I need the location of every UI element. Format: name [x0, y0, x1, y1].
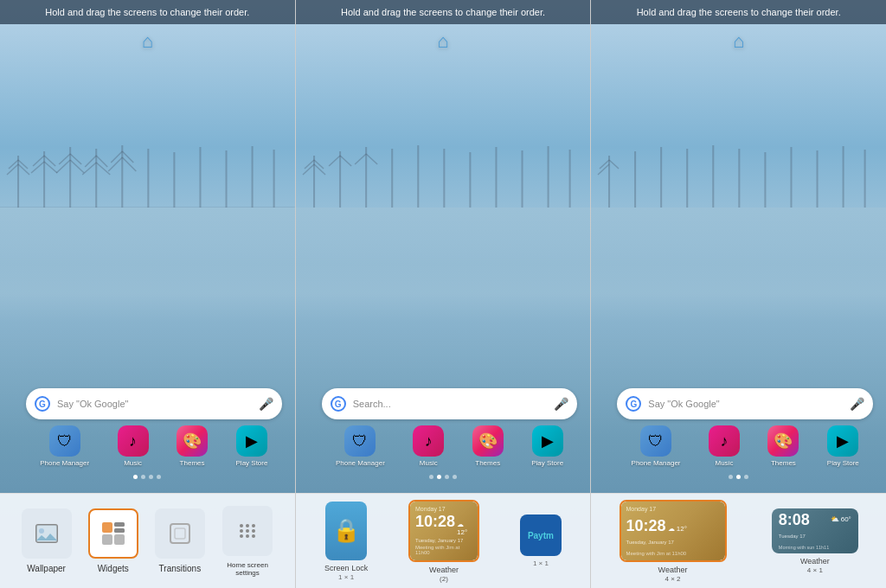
main-container: Hold and drag the screens to change thei…	[0, 0, 886, 588]
svg-rect-67	[521, 150, 523, 208]
weather-4x1-morning: Morning with sun 11h11	[779, 545, 851, 550]
weather-4x1-date: Tuesday 17	[779, 534, 851, 539]
svg-rect-59	[365, 147, 367, 208]
weather-date-line: Monday 17	[415, 506, 472, 512]
search-bar-3[interactable]: G Say "Ok Google" 🎤	[617, 388, 873, 419]
toolbar-widgets[interactable]: Widgets	[88, 508, 138, 573]
widget-area-3: Monday 17 10:28 ☁ 12° Tuesday, January 1…	[591, 493, 886, 588]
mic-icon-3[interactable]: 🎤	[850, 397, 864, 411]
weather-meeting-4x2: Meeting with Jim at 11h00	[626, 551, 720, 556]
svg-line-8	[44, 156, 55, 166]
app-phone-manager-1[interactable]: 🛡 Phone Manager	[40, 425, 89, 467]
svg-rect-0	[17, 156, 19, 208]
widget-weather-4x1[interactable]: 8:08 ⛅ 60° Tuesday 17 Morning with sun 1…	[772, 508, 858, 574]
svg-rect-77	[713, 145, 715, 208]
svg-point-46	[246, 529, 249, 533]
mic-icon-2[interactable]: 🎤	[554, 397, 568, 411]
app-label-phone-manager-3: Phone Manager	[632, 459, 681, 467]
instruction-bar-3: Hold and drag the screens to change thei…	[591, 0, 886, 24]
svg-line-6	[33, 156, 44, 166]
widget-weather-4x2[interactable]: Monday 17 10:28 ☁ 12° Tuesday, January 1…	[620, 500, 727, 583]
dot-3-3	[744, 475, 748, 479]
search-bar-2[interactable]: G Search... 🎤	[322, 388, 578, 419]
google-logo-2: G	[331, 396, 346, 412]
app-play-store-1[interactable]: ▶ Play Store	[236, 425, 268, 467]
app-music-1[interactable]: ♪ Music	[118, 425, 149, 467]
svg-rect-79	[765, 152, 767, 208]
instruction-text-1: Hold and drag the screens to change thei…	[45, 7, 249, 17]
home-icon-2: ⌂	[437, 30, 448, 53]
app-label-music-3: Music	[716, 459, 734, 467]
svg-line-9	[44, 162, 57, 173]
svg-line-58	[340, 156, 351, 166]
dot-1-2	[141, 475, 145, 479]
app-icon-play-store-3: ▶	[827, 425, 858, 457]
trees-1	[0, 138, 295, 208]
svg-point-50	[252, 534, 255, 538]
toolbar-transitions[interactable]: Transitions	[155, 508, 205, 573]
svg-line-24	[122, 157, 136, 171]
app-icon-themes-3: 🎨	[767, 425, 799, 457]
app-phone-manager-2[interactable]: 🛡 Phone Manager	[336, 425, 385, 467]
svg-rect-5	[43, 151, 45, 208]
app-themes-1[interactable]: 🎨 Themes	[177, 425, 208, 467]
widget-weather-2[interactable]: Monday 17 10:28 ☁ 12° Tuesday, January 1…	[408, 500, 479, 583]
app-label-play-store-3: Play Store	[827, 459, 859, 467]
dot-2-3	[445, 475, 449, 479]
transitions-icon-box	[155, 508, 205, 559]
trees-3	[591, 138, 886, 208]
svg-line-52	[305, 160, 314, 169]
dots-row-3	[591, 475, 886, 479]
svg-line-11	[59, 154, 70, 164]
app-themes-2[interactable]: 🎨 Themes	[472, 425, 504, 467]
svg-line-7	[31, 162, 44, 173]
svg-rect-51	[313, 156, 315, 208]
home-icon-area-2: ⌂	[296, 30, 591, 53]
svg-point-42	[240, 524, 243, 527]
mic-icon-1[interactable]: 🎤	[259, 397, 273, 411]
app-icon-music-3: ♪	[709, 425, 740, 457]
widget-paytm[interactable]: Paytm 1 × 1	[520, 514, 562, 567]
svg-rect-83	[864, 150, 866, 208]
svg-line-60	[355, 154, 366, 164]
svg-rect-62	[391, 149, 393, 208]
dot-3-2	[736, 475, 741, 479]
widgets-icon-box	[88, 508, 138, 559]
svg-rect-78	[739, 149, 741, 208]
dot-2-1	[429, 475, 433, 479]
svg-line-18	[96, 156, 107, 167]
svg-line-22	[108, 157, 122, 171]
svg-rect-15	[95, 149, 97, 208]
svg-point-34	[39, 528, 44, 534]
app-themes-3[interactable]: 🎨 Themes	[767, 425, 799, 467]
panel-1: Hold and drag the screens to change thei…	[0, 0, 296, 588]
svg-rect-29	[252, 146, 254, 208]
dot-1-4	[157, 475, 161, 479]
toolbar-home-settings[interactable]: Home screen settings	[222, 506, 273, 577]
weather-4x2-date: Monday 17	[626, 506, 720, 512]
svg-line-54	[314, 160, 324, 169]
app-music-2[interactable]: ♪ Music	[413, 425, 444, 467]
svg-line-57	[329, 156, 340, 166]
toolbar-wallpaper[interactable]: Wallpaper	[22, 508, 72, 573]
app-music-3[interactable]: ♪ Music	[709, 425, 740, 467]
home-icon-3: ⌂	[733, 30, 744, 53]
paytm-label: Paytm	[528, 531, 554, 540]
app-phone-manager-3[interactable]: 🛡 Phone Manager	[632, 425, 681, 467]
svg-rect-38	[102, 534, 112, 545]
svg-line-12	[56, 160, 70, 173]
app-label-play-store-2: Play Store	[531, 459, 563, 467]
dot-3-1	[729, 475, 733, 479]
app-icon-phone-manager-3: 🛡	[640, 425, 671, 457]
panel-3: Hold and drag the screens to change thei…	[591, 0, 886, 588]
svg-rect-36	[114, 522, 125, 527]
search-bar-1[interactable]: G Say "Ok Google" 🎤	[26, 388, 282, 419]
svg-rect-82	[843, 146, 844, 208]
widget-weather-4x2-label: Weather4 × 2	[658, 566, 688, 583]
svg-rect-69	[568, 150, 570, 208]
widget-screen-lock[interactable]: 🔒 Screen Lock1 × 1	[324, 502, 368, 581]
weather-subtitle-4x2: Tuesday, January 17	[626, 540, 720, 545]
app-play-store-3[interactable]: ▶ Play Store	[827, 425, 859, 467]
dots-row-1	[0, 475, 295, 479]
app-play-store-2[interactable]: ▶ Play Store	[531, 425, 563, 467]
